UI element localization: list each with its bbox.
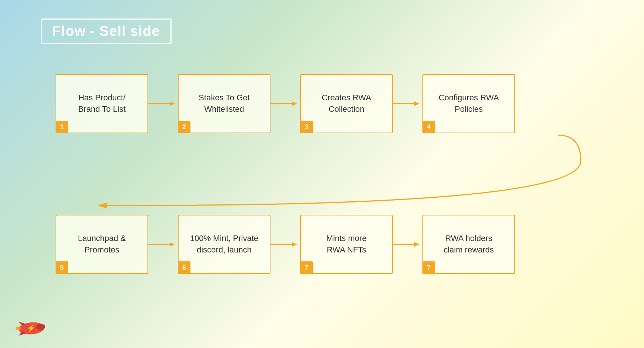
flow-container: Has Product/Brand To List 1 Stakes To Ge…: [56, 74, 588, 274]
svg-marker-6: [97, 203, 107, 208]
step-5-label: Launchpad &Promotes: [74, 229, 130, 260]
step-4-label: Configures RWAPolicies: [435, 88, 503, 119]
step-6-box: 100% Mint, Privatediscord, launch 6: [178, 215, 270, 274]
svg-marker-3: [292, 101, 297, 106]
step-7-label: Mints moreRWA NFTs: [323, 229, 371, 260]
step-8-box: RWA holdersclaim rewards 7: [422, 215, 515, 274]
step-6-label: 100% Mint, Privatediscord, launch: [186, 229, 262, 260]
page-title: Flow - Sell side: [52, 23, 160, 39]
step-8-label: RWA holdersclaim rewards: [440, 229, 498, 260]
title-box: Flow - Sell side: [41, 19, 172, 44]
step-4-number: 4: [422, 121, 435, 133]
svg-marker-1: [170, 101, 175, 106]
arrow-7-8: [393, 237, 422, 252]
step-7-number: 7: [300, 261, 313, 274]
arrow-2-3: [270, 96, 300, 111]
step-3-box: Creates RWACollection 3: [300, 74, 393, 133]
logo: ⚡: [15, 320, 48, 337]
flow-row-2: Launchpad &Promotes 5 100% Mint, Private…: [56, 215, 588, 274]
step-7-box: Mints moreRWA NFTs 7: [300, 215, 393, 274]
step-6-number: 6: [178, 261, 190, 274]
step-1-number: 1: [56, 121, 68, 133]
svg-text:⚡: ⚡: [27, 324, 36, 332]
rocket-logo-icon: ⚡: [15, 320, 48, 337]
flow-row-1: Has Product/Brand To List 1 Stakes To Ge…: [56, 74, 588, 133]
step-3-number: 3: [300, 121, 313, 133]
step-4-box: Configures RWAPolicies 4: [422, 74, 515, 133]
connector-arrow: [56, 131, 588, 213]
step-1-box: Has Product/Brand To List 1: [56, 74, 148, 133]
step-5-number: 5: [56, 261, 68, 274]
step-3-label: Creates RWACollection: [318, 88, 375, 119]
step-2-box: Stakes To GetWhitelisted 2: [178, 74, 270, 133]
step-2-label: Stakes To GetWhitelisted: [195, 88, 253, 119]
step-5-box: Launchpad &Promotes 5: [56, 215, 148, 274]
step-8-number: 7: [422, 261, 435, 274]
arrow-3-4: [393, 96, 422, 111]
step-2-number: 2: [178, 121, 190, 133]
arrow-1-2: [148, 96, 178, 111]
svg-marker-8: [170, 242, 175, 247]
svg-marker-12: [414, 242, 419, 247]
arrow-5-6: [148, 237, 178, 252]
svg-marker-10: [292, 242, 297, 247]
svg-marker-5: [414, 101, 419, 106]
arrow-6-7: [270, 237, 300, 252]
step-1-label: Has Product/Brand To List: [74, 88, 129, 119]
